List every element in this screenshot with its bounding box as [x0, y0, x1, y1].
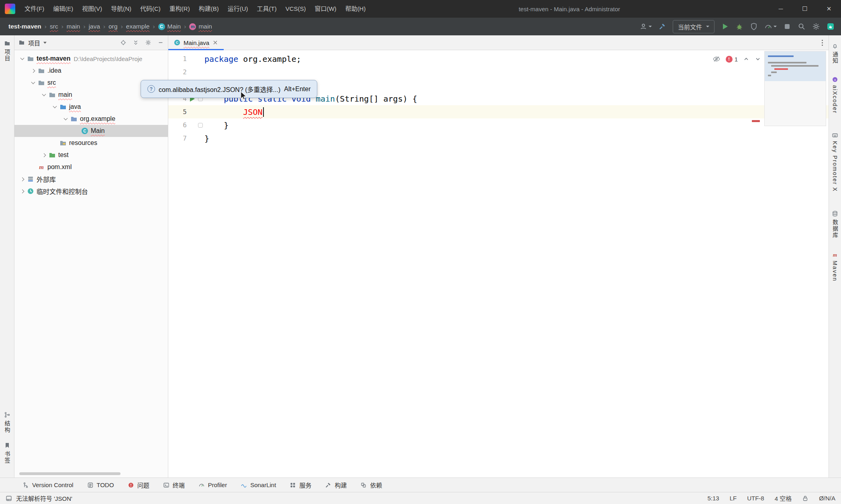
- tool-strip-button-Maven[interactable]: mMaven: [832, 252, 838, 282]
- code-line-7[interactable]: 7}: [168, 132, 829, 145]
- tool-window-button-Profiler[interactable]: Profiler: [198, 482, 227, 488]
- editor-tab-main-java[interactable]: C Main.java: [168, 35, 224, 50]
- tree-item-java[interactable]: java: [14, 101, 168, 113]
- hide-panel-icon[interactable]: [157, 39, 164, 46]
- tool-window-button-node[interactable]: 构建: [325, 481, 347, 489]
- next-error-icon[interactable]: [755, 56, 761, 62]
- line-separator[interactable]: LF: [730, 495, 737, 502]
- breadcrumb-item[interactable]: example: [124, 22, 152, 31]
- project-panel-title[interactable]: 项目: [28, 39, 40, 47]
- tool-window-button-VersionControl[interactable]: Version Control: [22, 482, 73, 488]
- tool-window-button-node[interactable]: 问题: [128, 481, 149, 489]
- collapse-all-icon[interactable]: [133, 39, 139, 46]
- minimap[interactable]: [764, 51, 826, 126]
- menu-item[interactable]: 重构(R): [165, 0, 194, 18]
- highlighting-eye-icon[interactable]: [712, 55, 721, 63]
- code-text[interactable]: }: [204, 120, 229, 130]
- file-encoding[interactable]: UTF-8: [747, 495, 764, 502]
- coverage-icon[interactable]: [750, 22, 758, 31]
- build-hammer-icon[interactable]: [658, 22, 666, 31]
- tool-strip-button-node[interactable]: 书签: [3, 442, 11, 464]
- code-line-2[interactable]: 2: [168, 65, 829, 79]
- code-text[interactable]: package org.example;: [204, 54, 301, 64]
- close-button[interactable]: ✕: [817, 0, 841, 18]
- chevron-down-icon[interactable]: [40, 91, 47, 98]
- tree-item-resources[interactable]: resources: [14, 137, 168, 149]
- tool-window-button-SonarLint[interactable]: SonarLint: [241, 482, 276, 488]
- menu-item[interactable]: 构建(B): [194, 0, 223, 18]
- menu-item[interactable]: 导航(N): [106, 0, 136, 18]
- close-tab-icon[interactable]: [212, 40, 218, 45]
- profiler-menu[interactable]: [764, 22, 777, 31]
- indent-style[interactable]: 4 空格: [775, 494, 792, 502]
- chevron-right-icon[interactable]: [29, 67, 37, 74]
- search-icon[interactable]: [798, 22, 806, 31]
- tool-window-button-node[interactable]: 依赖: [360, 481, 382, 489]
- code-line-6[interactable]: 6 }: [168, 118, 829, 132]
- breadcrumb-item[interactable]: org: [106, 22, 119, 31]
- code-text[interactable]: JSON: [204, 107, 264, 117]
- menu-item[interactable]: 运行(U): [223, 0, 253, 18]
- chevron-right-icon[interactable]: [18, 188, 26, 195]
- stop-icon[interactable]: [783, 22, 791, 31]
- menu-item[interactable]: 窗口(W): [310, 0, 341, 18]
- tool-strip-button-node[interactable]: 通知: [831, 43, 839, 64]
- lock-icon[interactable]: [802, 495, 808, 502]
- gear-icon[interactable]: [145, 39, 151, 46]
- prev-error-icon[interactable]: [743, 56, 749, 62]
- breadcrumb-item[interactable]: main: [65, 22, 82, 31]
- code-text[interactable]: }: [204, 134, 209, 143]
- run-icon[interactable]: [721, 22, 729, 31]
- breadcrumb-item[interactable]: CMain: [156, 22, 183, 31]
- breadcrumb-item[interactable]: test-maven: [6, 22, 43, 31]
- chevron-down-icon[interactable]: [18, 55, 26, 62]
- memory-indicator[interactable]: Ø/N/A: [819, 495, 835, 502]
- menu-item[interactable]: 编辑(E): [49, 0, 78, 18]
- user-menu[interactable]: [639, 22, 652, 31]
- editor-body[interactable]: 1package org.example;234 public static v…: [168, 50, 829, 477]
- chevron-right-icon[interactable]: [18, 175, 26, 183]
- tool-strip-button-node[interactable]: 结构: [3, 412, 11, 433]
- tree-item-Main[interactable]: CMain: [14, 125, 168, 137]
- breadcrumb-item[interactable]: src: [48, 22, 60, 31]
- chevron-down-icon[interactable]: [62, 115, 69, 122]
- tool-window-button-node[interactable]: 服务: [290, 481, 311, 489]
- code-line-5[interactable]: 5 JSON: [168, 105, 829, 118]
- tool-strip-button-aiXcoder[interactable]: aaiXcoder: [832, 76, 838, 114]
- tree-item-node[interactable]: 外部库: [14, 173, 168, 185]
- inspections-widget[interactable]: ! 1: [712, 55, 761, 63]
- breadcrumb-item[interactable]: java: [87, 22, 102, 31]
- tool-strip-button-node[interactable]: 项目: [3, 40, 11, 62]
- tool-window-button-node[interactable]: 终端: [163, 481, 185, 489]
- tree-item-.idea[interactable]: .idea: [14, 65, 168, 77]
- select-opened-file-icon[interactable]: [120, 39, 127, 46]
- tool-strip-button-node[interactable]: 数据库: [831, 210, 839, 239]
- tree-item-node[interactable]: 临时文件和控制台: [14, 185, 168, 197]
- import-hint-tooltip[interactable]: ? com.alibaba.fastjson2.JSON? (多重选择...) …: [141, 80, 317, 98]
- menu-item[interactable]: 视图(V): [78, 0, 106, 18]
- tab-options-icon[interactable]: [822, 40, 823, 46]
- chevron-down-icon[interactable]: [51, 103, 58, 110]
- tool-window-button-TODO[interactable]: TODO: [87, 482, 114, 488]
- horizontal-scrollbar[interactable]: [19, 472, 120, 475]
- chevron-right-icon[interactable]: [40, 151, 47, 159]
- tree-item-pom.xml[interactable]: mpom.xml: [14, 161, 168, 173]
- tree-item-org.example[interactable]: org.example: [14, 113, 168, 125]
- tool-window-toggle-icon[interactable]: [6, 495, 12, 502]
- debug-icon[interactable]: [735, 22, 743, 31]
- tool-strip-button-KeyPromoterX[interactable]: Key Promoter X: [832, 132, 838, 192]
- minimize-button[interactable]: ─: [769, 0, 793, 18]
- chevron-down-icon[interactable]: [29, 79, 37, 86]
- menu-item[interactable]: 文件(F): [20, 0, 49, 18]
- caret-position[interactable]: 5:13: [707, 495, 719, 502]
- gutter-marker-icon[interactable]: [198, 123, 203, 128]
- toolbar-plugin-icon[interactable]: [827, 22, 835, 31]
- tree-item-test[interactable]: test: [14, 149, 168, 161]
- error-indicator[interactable]: ! 1: [726, 56, 738, 63]
- chevron-down-icon[interactable]: [43, 42, 47, 44]
- error-stripe-mark[interactable]: [752, 120, 760, 122]
- settings-gear-icon[interactable]: [812, 22, 820, 31]
- tree-item-test-maven[interactable]: test-mavenD:\IdeaProjects\IdeaProje: [14, 53, 168, 65]
- menu-item[interactable]: VCS(S): [281, 0, 310, 18]
- run-config-select[interactable]: 当前文件: [673, 20, 714, 33]
